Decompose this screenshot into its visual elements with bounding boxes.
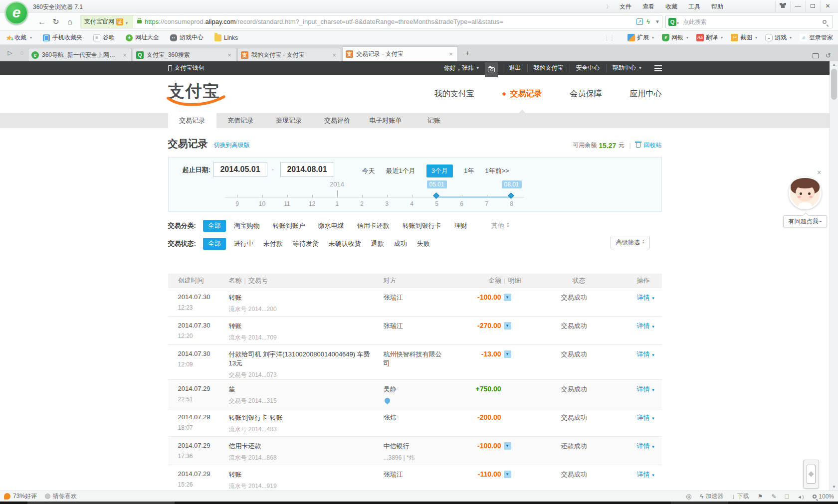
status-item-4[interactable]: 未确认收货	[329, 239, 361, 248]
contact-icon[interactable]	[383, 397, 391, 405]
menu-item-2[interactable]: 收藏	[665, 2, 677, 11]
scrollbar-thumb[interactable]	[831, 69, 837, 100]
scroll-down-icon[interactable]: ▼	[830, 484, 838, 491]
close-button[interactable]: ✕	[820, 1, 835, 12]
alipay-wallet-link[interactable]: 支付宝钱包	[168, 64, 205, 72]
search-engine-icon[interactable]: Q	[668, 18, 676, 26]
assistant-bubble[interactable]: 有问题点我~	[783, 215, 827, 227]
amount-detail-toggle-icon[interactable]: ▼	[504, 294, 511, 301]
topbar-link-3[interactable]: 帮助中心▼	[606, 64, 648, 72]
subtab-2[interactable]: 提现记录	[265, 113, 313, 128]
tab-list-button[interactable]: ▷	[4, 47, 16, 59]
detail-link[interactable]: 详情▼	[637, 385, 655, 393]
search-input[interactable]	[680, 18, 823, 25]
speed-boost-icon[interactable]: ϟ	[646, 18, 650, 25]
statusbar-tool-flag[interactable]	[758, 493, 763, 500]
menu-item-3[interactable]: 工具	[688, 2, 700, 11]
menu-item-4[interactable]: 帮助	[711, 2, 723, 11]
browser-tab-1[interactable]: Q支付宝_360搜索×	[133, 48, 236, 61]
bookmark-item-5[interactable]: Links	[214, 34, 238, 41]
tab-close-icon[interactable]: ×	[226, 51, 233, 59]
quick-date-1[interactable]: 最近1个月	[386, 167, 416, 175]
plugin-4[interactable]: ••游戏▾	[765, 33, 792, 42]
menu-item-0[interactable]: 文件	[620, 2, 631, 11]
menu-item-1[interactable]: 查看	[642, 2, 654, 11]
browser-tab-2[interactable]: 支我的支付宝 - 支付宝×	[237, 48, 341, 61]
detail-link[interactable]: 详情▼	[637, 350, 655, 358]
status-item-7[interactable]: 失败	[417, 239, 430, 248]
site-menu-icon[interactable]	[654, 65, 662, 66]
bookmark-item-4[interactable]: ••游戏中心	[170, 33, 204, 42]
nav-item-1[interactable]: 交易记录	[502, 89, 542, 99]
category-more-link[interactable]: 其他 ▾▾	[491, 221, 509, 230]
mobile-app-button[interactable]	[803, 460, 819, 489]
rating-text[interactable]: 73%好评	[13, 492, 37, 501]
bookmark-item-2[interactable]: ≡谷歌	[93, 33, 115, 42]
quick-date-4[interactable]: 1年前>>	[485, 167, 509, 175]
detail-link[interactable]: 详情▼	[637, 414, 655, 421]
address-bar[interactable]: 支付宝官网 证 ▾ https://consumeprod.alipay.com…	[80, 15, 662, 28]
amount-detail-toggle-icon[interactable]: ▼	[504, 322, 511, 330]
scroll-up-icon[interactable]: ▲	[830, 61, 838, 68]
user-greeting[interactable]: 你好，张炜 ▼	[444, 64, 480, 72]
category-item-2[interactable]: 转账到账户	[273, 221, 305, 230]
subtab-3[interactable]: 交易评价	[313, 113, 362, 128]
amount-detail-toggle-icon[interactable]: ▼	[504, 350, 511, 358]
suggestion-toggle[interactable]: 猜你喜欢	[45, 492, 77, 501]
subtab-1[interactable]: 充值记录	[216, 113, 265, 128]
date-from-input[interactable]	[213, 162, 267, 177]
statusbar-tool-monitor[interactable]	[785, 493, 789, 500]
reopen-page-icon[interactable]	[813, 53, 819, 58]
amount-detail-toggle-icon[interactable]: ▼	[504, 471, 511, 478]
search-box[interactable]: Q ▾	[665, 15, 833, 28]
statusbar-tool-runner[interactable]: 加速器	[700, 492, 723, 501]
recycle-bin-link[interactable]: 回收站	[644, 141, 662, 150]
date-to-input[interactable]	[280, 162, 334, 177]
incognito-button[interactable]: ◌	[16, 47, 28, 59]
detail-link[interactable]: 详情▼	[637, 442, 655, 450]
status-item-6[interactable]: 成功	[394, 239, 407, 248]
plugin-0[interactable]: 扩展▾	[628, 33, 654, 42]
statusbar-tool-zoom[interactable]: 100%	[813, 493, 834, 500]
category-item-4[interactable]: 信用卡还款	[357, 221, 390, 230]
advanced-filter-button[interactable]: 高级筛选 ▴▾	[611, 236, 650, 249]
category-item-0[interactable]: 全部	[203, 220, 226, 232]
amount-detail-toggle-icon[interactable]: ▼	[504, 442, 511, 450]
bookmark-item-3[interactable]: +网址大全	[126, 33, 159, 42]
tab-close-icon[interactable]: ×	[121, 51, 128, 59]
home-button[interactable]: ⌂	[63, 15, 77, 28]
minimize-button[interactable]: —	[790, 1, 805, 12]
nav-item-2[interactable]: 会员保障	[570, 89, 602, 99]
subtab-0[interactable]: 交易记录	[168, 113, 216, 128]
nav-item-3[interactable]: 应用中心	[630, 89, 662, 99]
menu-expand-icon[interactable]: 〉	[606, 3, 612, 10]
undo-close-tab-icon[interactable]: ↺	[826, 53, 831, 58]
site-identity-badge[interactable]: 支付宝官网 证 ▾	[80, 15, 133, 28]
subtab-4[interactable]: 电子对账单	[362, 113, 410, 128]
status-item-3[interactable]: 等待发货	[293, 239, 319, 248]
category-item-1[interactable]: 淘宝购物	[234, 221, 260, 230]
plugin-1[interactable]: ¥网银▾	[662, 33, 688, 42]
assistant-close-icon[interactable]: ×	[817, 168, 821, 176]
restore-button[interactable]	[805, 1, 820, 12]
status-item-2[interactable]: 未付款	[263, 239, 283, 248]
assistant-avatar[interactable]	[789, 176, 822, 209]
browser-tab-3[interactable]: 支交易记录 - 支付宝×	[342, 46, 458, 61]
detail-link[interactable]: 详情▼	[637, 294, 655, 301]
date-range-slider[interactable]: 910111212014234567805.0108.01	[225, 179, 524, 208]
vertical-scrollbar[interactable]: ▲ ▼	[830, 61, 838, 491]
url-text[interactable]: https://consumeprod.alipay.com/record/st…	[145, 18, 503, 25]
url-history-caret-icon[interactable]: ▼	[653, 19, 662, 24]
reload-button[interactable]: ↻	[49, 15, 63, 28]
plugin-2[interactable]: Aa翻译▾	[696, 33, 723, 42]
statusbar-tool-feather[interactable]	[771, 493, 776, 500]
status-item-0[interactable]: 全部	[203, 238, 226, 250]
bookmark-item-1[interactable]: 手机收藏夹	[43, 33, 82, 42]
status-item-5[interactable]: 退款	[371, 239, 384, 248]
plugin-5[interactable]: ⌕登录管家	[800, 33, 833, 42]
search-magnifier-icon[interactable]	[823, 20, 827, 24]
new-tab-button[interactable]: +	[461, 48, 474, 58]
extract-url-icon[interactable]: ↗	[636, 18, 643, 25]
status-item-1[interactable]: 进行中	[234, 239, 253, 248]
tab-close-icon[interactable]: ×	[447, 50, 454, 58]
